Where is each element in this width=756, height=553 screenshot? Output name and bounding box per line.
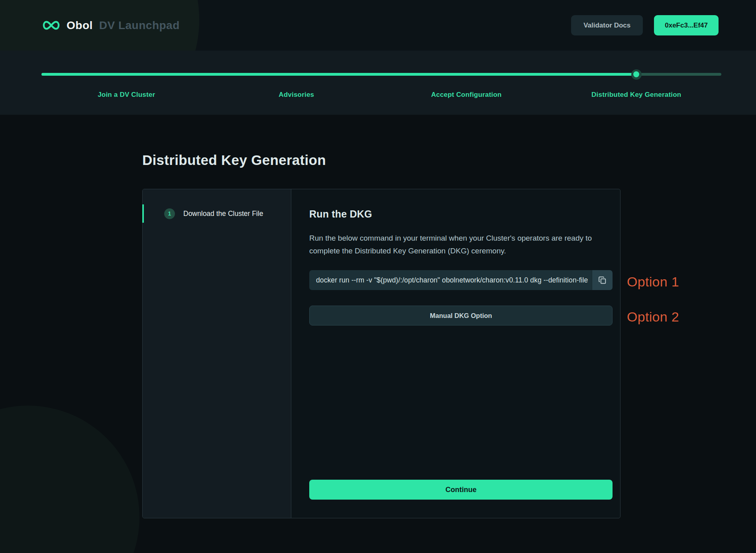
sidebar-step-label: Download the Cluster File [183, 210, 263, 218]
brand[interactable]: Obol DV Launchpad [41, 19, 180, 32]
brand-name: Obol [67, 19, 93, 32]
progress-fill [41, 73, 636, 76]
wallet-address-button[interactable]: 0xeFc3...Ef47 [654, 15, 719, 35]
step-number-badge: 1 [164, 208, 175, 219]
step-advisories[interactable]: Advisories [212, 91, 382, 99]
step-distributed-key-generation[interactable]: Distributed Key Generation [552, 91, 722, 99]
progress-track-wrap [41, 51, 721, 82]
annotation-option-2: Option 2 [627, 310, 679, 324]
brand-product: DV Launchpad [99, 19, 180, 32]
progress-thumb[interactable] [631, 69, 642, 80]
manual-dkg-option-button[interactable]: Manual DKG Option [309, 306, 613, 326]
progress-stepper: Join a DV Cluster Advisories Accept Conf… [0, 51, 756, 115]
validator-docs-button[interactable]: Validator Docs [571, 15, 643, 35]
panel-description: Run the below command in your terminal w… [309, 232, 593, 257]
obol-infinity-logo-icon [41, 20, 61, 31]
dkg-card: 1 Download the Cluster File Run the DKG … [142, 189, 621, 518]
active-step-accent-bar [142, 204, 144, 223]
app-header: Obol DV Launchpad Validator Docs 0xeFc3.… [0, 0, 756, 51]
step-accept-configuration[interactable]: Accept Configuration [381, 91, 552, 99]
panel-title: Run the DKG [309, 208, 613, 220]
continue-button[interactable]: Continue [309, 480, 613, 500]
step-labels: Join a DV Cluster Advisories Accept Conf… [41, 91, 721, 99]
sidebar-step-download-cluster-file[interactable]: 1 Download the Cluster File [143, 204, 291, 223]
dkg-command-box[interactable]: docker run --rm -v "$(pwd)/:/opt/charon"… [309, 270, 592, 290]
dkg-command-text: docker run --rm -v "$(pwd)/:/opt/charon"… [316, 276, 588, 284]
annotation-option-1: Option 1 [627, 275, 679, 288]
page-title: Distributed Key Generation [142, 152, 621, 168]
card-panel: Run the DKG Run the below command in you… [291, 189, 631, 518]
copy-command-button[interactable] [592, 270, 613, 290]
step-join-dv-cluster[interactable]: Join a DV Cluster [41, 91, 212, 99]
page: Obol DV Launchpad Validator Docs 0xeFc3.… [0, 0, 756, 553]
copy-icon [598, 276, 607, 285]
progress-thumb-dot [633, 71, 639, 77]
dkg-command-row: docker run --rm -v "$(pwd)/:/opt/charon"… [309, 270, 613, 290]
card-sidebar: 1 Download the Cluster File [143, 189, 291, 518]
progress-track [41, 73, 721, 76]
